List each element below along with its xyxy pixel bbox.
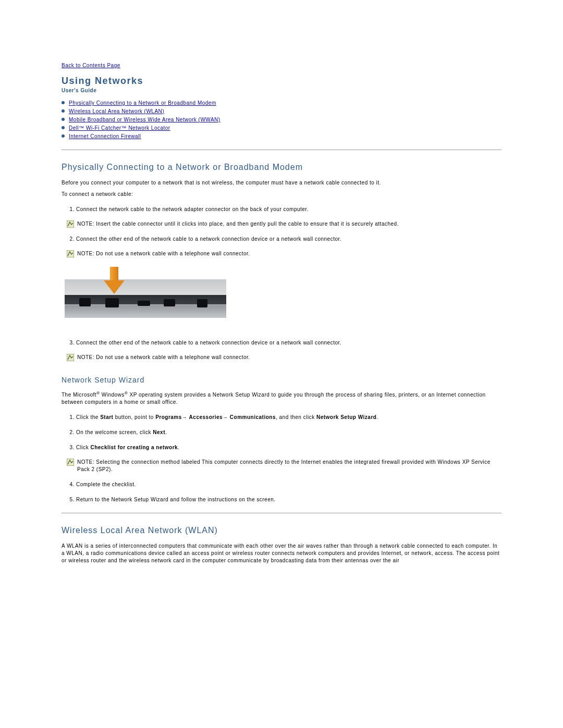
- divider: [62, 513, 501, 513]
- note-label: NOTE:: [77, 459, 94, 465]
- svg-rect-3: [67, 459, 74, 466]
- note-row: NOTE: Insert the cable connector until i…: [67, 220, 501, 228]
- note-body: Selecting the connection method labeled …: [77, 459, 491, 472]
- section1-intro2: To connect a network cable:: [62, 191, 501, 198]
- section1-steps-3: Connect the other end of the network cab…: [62, 339, 501, 347]
- note-body: Do not use a network cable with a teleph…: [94, 251, 250, 256]
- toc-link-wwan[interactable]: Mobile Broadband or Wireless Wide Area N…: [69, 117, 221, 122]
- note-text: NOTE: Insert the cable connector until i…: [77, 220, 399, 228]
- section1-steps-2: Connect the other end of the network cab…: [62, 235, 501, 243]
- section1-step2: Connect the other end of the network cab…: [76, 235, 501, 243]
- svg-rect-0: [67, 220, 74, 228]
- note-icon: [67, 250, 74, 257]
- subtitle: User's Guide: [62, 88, 501, 93]
- svg-rect-2: [67, 354, 74, 361]
- toc-list: Physically Connecting to a Network or Br…: [62, 100, 501, 140]
- note-text: NOTE: Do not use a network cable with a …: [77, 354, 250, 361]
- port: [164, 299, 175, 306]
- section2-step1: Click the Start button, point to Program…: [76, 413, 501, 421]
- port: [138, 301, 150, 306]
- back-to-contents-link[interactable]: Back to Contents Page: [62, 63, 120, 68]
- port: [79, 298, 91, 306]
- section1-intro: Before you connect your computer to a ne…: [62, 179, 501, 187]
- note-icon: [67, 354, 74, 361]
- divider: [62, 150, 501, 150]
- text: .: [165, 429, 167, 435]
- text: The Microsoft: [62, 392, 96, 398]
- section1-step1: Connect the network cable to the network…: [76, 205, 501, 213]
- text: , and then click: [276, 414, 316, 420]
- text-bold: Start: [100, 414, 113, 420]
- note-text: NOTE: Do not use a network cable with a …: [77, 250, 250, 257]
- note-icon: [67, 220, 74, 228]
- text: .: [178, 445, 179, 450]
- text-bold: Accessories: [189, 414, 223, 420]
- note-row: NOTE: Selecting the connection method la…: [67, 459, 501, 473]
- note-body: Do not use a network cable with a teleph…: [94, 354, 250, 360]
- text: →: [223, 414, 230, 420]
- toc-link-wlan[interactable]: Wireless Local Area Network (WLAN): [69, 108, 164, 114]
- text: button, point to: [113, 414, 155, 420]
- text-bold: Programs: [155, 414, 182, 420]
- port: [197, 299, 207, 307]
- section2-step2: On the welcome screen, click Next.: [76, 428, 501, 436]
- text: .: [376, 414, 378, 420]
- text: →: [182, 414, 189, 420]
- note-icon: [67, 459, 74, 466]
- note-row: NOTE: Do not use a network cable with a …: [67, 250, 501, 257]
- note-row: NOTE: Do not use a network cable with a …: [67, 354, 501, 361]
- section2-step4: Complete the checklist.: [76, 480, 501, 488]
- text-bold: Next: [153, 429, 165, 435]
- note-label: NOTE:: [77, 221, 94, 227]
- section-network-wizard-heading: Network Setup Wizard: [62, 376, 501, 384]
- section2-step5: Return to the Network Setup Wizard and f…: [76, 496, 501, 503]
- text-bold: Network Setup Wizard: [316, 414, 376, 420]
- arrow-icon: [106, 267, 122, 295]
- text-bold: Checklist for creating a network: [90, 445, 178, 450]
- section1-steps: Connect the network cable to the network…: [62, 205, 501, 213]
- text: Windows: [100, 392, 124, 398]
- section2-steps-2: Complete the checklist. Return to the Ne…: [62, 480, 501, 503]
- note-body: Insert the cable connector until it clic…: [94, 221, 399, 227]
- laptop-ports-illustration: [65, 267, 226, 329]
- note-label: NOTE:: [77, 251, 94, 256]
- svg-rect-1: [67, 250, 74, 257]
- section3-p1: A WLAN is a series of interconnected com…: [62, 542, 501, 564]
- section2-step3: Click Checklist for creating a network.: [76, 443, 501, 451]
- section1-step3: Connect the other end of the network cab…: [76, 339, 501, 347]
- page-title: Using Networks: [62, 76, 501, 87]
- text-bold: Communications: [230, 414, 276, 420]
- section2-p1: The Microsoft® Windows® XP operating sys…: [62, 390, 501, 406]
- section2-steps: Click the Start button, point to Program…: [62, 413, 501, 451]
- note-label: NOTE:: [77, 354, 94, 360]
- section-wlan-heading: Wireless Local Area Network (WLAN): [62, 526, 501, 535]
- text: Click the: [76, 414, 100, 420]
- port: [105, 298, 119, 307]
- toc-link-physical[interactable]: Physically Connecting to a Network or Br…: [69, 100, 216, 106]
- toc-link-firewall[interactable]: Internet Connection Firewall: [69, 133, 141, 139]
- text: On the welcome screen, click: [76, 429, 153, 435]
- text: Click: [76, 445, 90, 450]
- note-text: NOTE: Selecting the connection method la…: [77, 459, 501, 473]
- toc-link-wifi-catcher[interactable]: Dell™ Wi-Fi Catcher™ Network Locator: [69, 125, 170, 131]
- section-physical-heading: Physically Connecting to a Network or Br…: [62, 163, 501, 172]
